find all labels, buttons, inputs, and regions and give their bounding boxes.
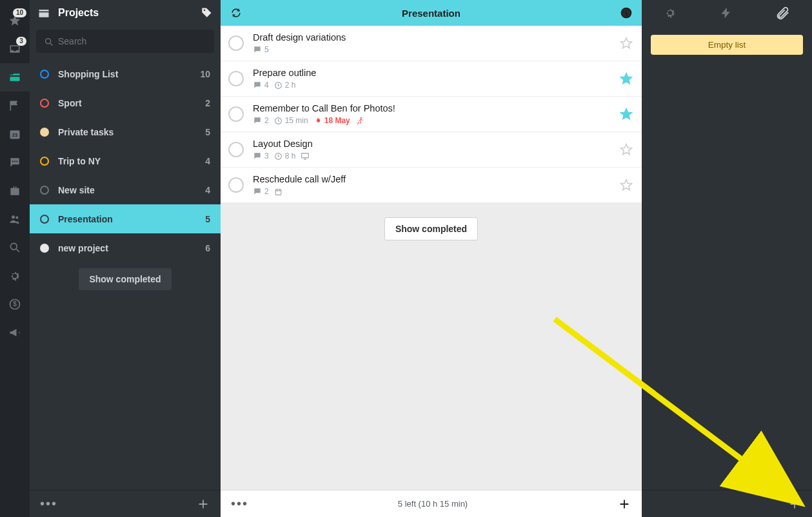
- project-item[interactable]: Shopping List10: [30, 59, 221, 88]
- project-list: Shopping List10Sport2Private tasks5Trip …: [30, 59, 221, 259]
- rail-calendar[interactable]: 23: [0, 120, 30, 148]
- rail-people[interactable]: [0, 205, 30, 233]
- info-icon[interactable]: [620, 6, 633, 19]
- rail-search[interactable]: [0, 233, 30, 262]
- star-icon[interactable]: [620, 72, 633, 85]
- right-tab-activity[interactable]: [720, 6, 733, 19]
- task-name: Draft design variations: [253, 32, 611, 43]
- svg-point-5: [12, 215, 15, 219]
- add-project-button[interactable]: [196, 497, 210, 511]
- sidebar-title: Projects: [58, 7, 192, 19]
- star-icon[interactable]: [620, 179, 633, 191]
- rail-flags[interactable]: [0, 92, 30, 120]
- clock-icon: 15 min: [274, 116, 308, 125]
- project-name: Shopping List: [58, 69, 191, 79]
- svg-point-14: [360, 117, 361, 119]
- project-item[interactable]: New site4: [30, 175, 221, 204]
- project-item[interactable]: Trip to NY4: [30, 146, 221, 175]
- main-more-icon[interactable]: •••: [231, 496, 248, 511]
- search-input[interactable]: [36, 30, 214, 53]
- svg-point-6: [15, 216, 18, 219]
- task-row[interactable]: Draft design variations5: [221, 26, 642, 61]
- task-row[interactable]: Prepare outline42 h: [221, 61, 642, 97]
- task-meta: 38 h: [253, 151, 611, 161]
- rail-announce[interactable]: [0, 318, 30, 347]
- star-icon[interactable]: [620, 108, 633, 121]
- task-row[interactable]: Reschedule call w/Jeff2: [221, 168, 642, 203]
- svg-rect-17: [275, 189, 281, 195]
- rail-inbox-badge: 3: [16, 37, 26, 46]
- task-checkbox[interactable]: [228, 106, 244, 122]
- task-checkbox[interactable]: [228, 71, 244, 86]
- rail-billing[interactable]: $: [0, 290, 30, 318]
- task-meta: 215 min18 May: [253, 116, 611, 125]
- rail-starred[interactable]: 10: [0, 6, 30, 35]
- project-item[interactable]: Presentation5: [30, 204, 221, 233]
- icon-rail: 10 3 23 $: [0, 0, 30, 517]
- rail-projects[interactable]: [0, 63, 30, 92]
- task-row[interactable]: Layout Design38 h: [221, 132, 642, 168]
- screen-icon: [301, 151, 310, 161]
- star-icon[interactable]: [620, 37, 633, 50]
- task-meta: 5: [253, 45, 611, 54]
- search-icon: [44, 37, 54, 47]
- project-count: 2: [205, 98, 210, 108]
- project-count: 4: [205, 185, 210, 195]
- right-body: Empty list: [642, 26, 812, 490]
- main-panel: Presentation Draft design variations5Pre…: [221, 0, 642, 517]
- rail-briefcase[interactable]: [0, 177, 30, 205]
- sidebar-footer: •••: [30, 490, 221, 517]
- task-meta: 42 h: [253, 81, 611, 90]
- main-header: Presentation: [221, 0, 642, 26]
- comments-icon: 5: [253, 45, 269, 54]
- task-checkbox[interactable]: [228, 177, 244, 193]
- rail-starred-badge: 10: [13, 8, 26, 17]
- sidebar-header: Projects: [30, 0, 221, 26]
- project-name: Sport: [58, 98, 196, 108]
- star-icon[interactable]: [620, 143, 633, 156]
- svg-rect-16: [302, 153, 309, 158]
- project-color-dot: [40, 157, 49, 166]
- right-header: [642, 0, 812, 26]
- right-add-button[interactable]: [787, 497, 802, 511]
- main-show-completed-button[interactable]: Show completed: [384, 217, 478, 240]
- project-title: Presentation: [250, 8, 612, 19]
- sync-icon[interactable]: [230, 6, 243, 19]
- svg-point-4: [16, 161, 17, 162]
- calendar-icon: [274, 188, 282, 196]
- task-row[interactable]: Remember to Call Ben for Photos!215 min1…: [221, 97, 642, 132]
- search-wrap: [30, 26, 221, 59]
- task-checkbox[interactable]: [228, 142, 244, 157]
- projects-icon: [37, 6, 50, 19]
- tag-icon[interactable]: [200, 6, 213, 19]
- rail-inbox[interactable]: 3: [0, 35, 30, 63]
- more-icon[interactable]: •••: [40, 496, 57, 511]
- project-count: 4: [205, 156, 210, 166]
- task-name: Layout Design: [253, 139, 611, 149]
- comments-icon: 3: [253, 151, 269, 161]
- project-color-dot: [40, 215, 49, 224]
- project-item[interactable]: Sport2: [30, 88, 221, 117]
- project-color-dot: [40, 128, 49, 137]
- add-task-button[interactable]: [617, 497, 631, 511]
- svg-point-2: [12, 161, 14, 162]
- right-footer: [642, 490, 812, 517]
- project-count: 5: [205, 214, 210, 224]
- project-name: new project: [58, 243, 196, 253]
- project-item[interactable]: new project6: [30, 233, 221, 259]
- empty-list-pill: Empty list: [651, 35, 803, 55]
- right-tab-attachments[interactable]: [776, 6, 790, 20]
- project-color-dot: [40, 244, 49, 253]
- clock-icon: 2 h: [274, 81, 296, 90]
- svg-text:$: $: [13, 300, 17, 307]
- svg-text:23: 23: [12, 132, 17, 138]
- task-checkbox[interactable]: [228, 35, 244, 51]
- right-panel: Empty list: [642, 0, 812, 517]
- project-color-dot: [40, 70, 49, 79]
- project-count: 10: [200, 69, 210, 79]
- project-item[interactable]: Private tasks5: [30, 117, 221, 146]
- right-tab-settings[interactable]: [664, 6, 677, 19]
- show-completed-button[interactable]: Show completed: [79, 268, 171, 290]
- rail-chat[interactable]: [0, 148, 30, 177]
- rail-settings[interactable]: [0, 262, 30, 290]
